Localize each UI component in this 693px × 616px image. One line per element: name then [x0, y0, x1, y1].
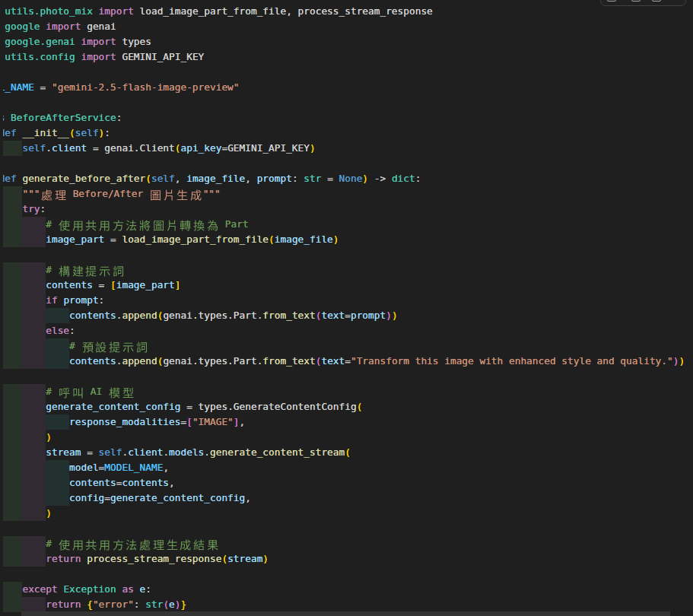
code-token: except: [22, 582, 57, 597]
code-token: self: [99, 445, 122, 460]
code-token: [: [110, 278, 116, 293]
code-token: image_file: [275, 232, 333, 247]
indent-highlight-block: [0, 141, 22, 156]
code-line: if prompt:: [0, 293, 693, 308]
code-line: ): [0, 506, 693, 521]
code-token: ): [362, 171, 368, 186]
indent-highlight-block: [0, 232, 22, 247]
code-token: :: [292, 171, 304, 186]
code-token: :: [69, 323, 75, 338]
cjk-glyph: [99, 539, 110, 551]
cjk-glyph: [190, 189, 202, 201]
indent-highlight-block: [22, 491, 46, 506]
code-token: (: [345, 445, 351, 460]
indent-highlight-block: [22, 536, 46, 551]
cjk-glyph: [55, 189, 66, 201]
code-token: .: [163, 445, 169, 460]
indent-highlight-block: [22, 293, 46, 308]
cjk-glyph: [113, 265, 124, 277]
code-token: client: [128, 445, 163, 460]
cjk-glyph: [153, 539, 164, 551]
code-token: google: [5, 19, 40, 34]
code-token: contents: [69, 354, 116, 369]
code-token: import: [75, 34, 116, 49]
indent-highlight-block: [22, 338, 46, 354]
indent-highlight-block: [22, 445, 46, 460]
code-token: .: [257, 308, 263, 323]
horizontal-scrollbar[interactable]: [0, 608, 693, 616]
indent-highlight-block: [46, 491, 69, 506]
code-token: #: [46, 262, 57, 278]
cjk-glyph: [167, 539, 178, 551]
code-token: :: [99, 293, 105, 308]
indent-highlight-block: [22, 217, 46, 232]
code-token: :: [40, 202, 46, 217]
code-line: #: [0, 262, 693, 278]
code-line: google import genai: [0, 19, 693, 34]
indent-highlight-block: [22, 399, 46, 414]
indent-highlight-block: [22, 323, 46, 338]
code-token: ,: [169, 475, 175, 491]
square-outline-icon[interactable]: [652, 0, 661, 2]
code-token: (: [145, 171, 151, 186]
code-token: Part: [219, 217, 249, 232]
cjk-glyph: [95, 341, 106, 353]
code-line: L_NAME = "gemini-2.5-flash-image-preview…: [0, 80, 693, 95]
code-token: =: [180, 399, 198, 414]
square-outline-icon[interactable]: [607, 0, 616, 2]
code-token: contents: [46, 278, 93, 293]
code-token: ): [46, 430, 52, 445]
indent-highlight-block: [0, 414, 22, 430]
cjk-glyph: [72, 220, 84, 231]
code-token: text: [321, 308, 345, 323]
code-line: contents.append(genai.types.Part.from_te…: [0, 354, 693, 369]
code-token: contents: [122, 475, 169, 491]
indent-highlight-block: [0, 506, 22, 521]
code-token: =: [104, 232, 122, 247]
cjk-glyph: [193, 220, 205, 231]
code-token: image_file: [186, 171, 245, 186]
code-token: Exception: [58, 582, 116, 597]
code-token: genai.types.Part: [163, 308, 256, 323]
indent-highlight-block: [0, 186, 22, 202]
cjk-glyph: [167, 220, 178, 231]
code-token: load_image_part_from_file: [134, 4, 286, 19]
code-line: [0, 369, 693, 384]
code-line: google.genai import types: [0, 34, 693, 49]
code-token: str: [304, 171, 321, 186]
code-token: "Transform this image with enhanced styl…: [351, 354, 673, 369]
code-line: # AI: [0, 384, 693, 399]
code-line: [0, 156, 693, 171]
left-edge-mask: [0, 0, 3, 616]
code-line: s BeforeAfterService:: [0, 110, 693, 125]
indent-highlight-block: [0, 460, 22, 475]
horizontal-scrollbar-slider[interactable]: [21, 611, 670, 616]
code-token: ]: [175, 278, 181, 293]
indent-highlight-block: [0, 293, 22, 308]
indent-highlight-block: [0, 399, 22, 414]
code-token: .: [122, 445, 128, 460]
code-editor: utils.photo_mix import load_image_part_f…: [0, 0, 693, 616]
code-token: self: [22, 141, 46, 156]
code-token: =: [87, 141, 104, 156]
indent-highlight-block: [22, 551, 46, 567]
indent-highlight-block: [22, 384, 46, 399]
code-token: #: [69, 338, 81, 354]
code-token: ,: [163, 460, 169, 475]
indent-highlight-block: [0, 384, 22, 399]
code-line: model=MODEL_NAME,: [0, 460, 693, 475]
code-token: AI: [84, 384, 108, 399]
code-token: =: [321, 171, 339, 186]
indent-highlight-block: [46, 414, 69, 430]
cjk-glyph: [59, 220, 70, 231]
cjk-glyph: [109, 387, 120, 398]
code-token: ,: [245, 491, 251, 506]
code-token: GEMINI_API_KEY: [227, 141, 310, 156]
code-line: def generate_before_after(self, image_fi…: [0, 171, 693, 186]
code-token: ->: [368, 171, 392, 186]
code-token: process_stream_response: [292, 4, 433, 19]
code-token: genai.types.Part: [163, 354, 256, 369]
code-token: [: [186, 414, 192, 430]
square-outline-icon[interactable]: [631, 0, 641, 2]
code-token: .: [46, 141, 52, 156]
